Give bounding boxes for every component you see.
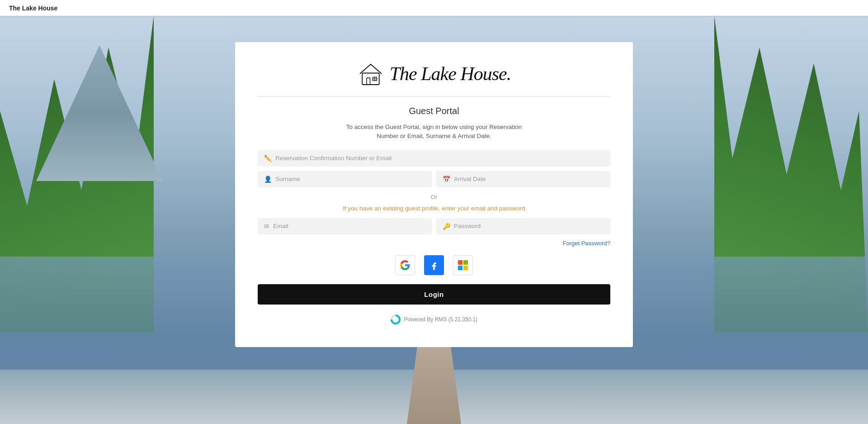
email-password-row: ✉ 🔑	[258, 218, 610, 234]
calendar-icon: 📅	[443, 176, 450, 183]
guest-profile-text: If you have an existing guest profile, e…	[258, 205, 610, 212]
reservation-input[interactable]	[275, 155, 604, 162]
description-line1: To access the Guest Portal, sign in belo…	[346, 124, 522, 130]
logo-text: The Lake House.	[390, 63, 511, 85]
ms-green-square	[463, 260, 468, 265]
ms-blue-square	[458, 266, 462, 270]
social-row	[258, 255, 610, 275]
svg-rect-1	[367, 78, 370, 85]
description-line2: Number or Email, Surname & Arrival Date.	[377, 133, 491, 139]
guest-portal-title: Guest Portal	[258, 106, 610, 116]
rms-logo-inner	[392, 316, 399, 323]
google-icon	[400, 260, 410, 270]
or-separator: Or	[258, 194, 610, 200]
ms-yellow-square	[463, 266, 468, 270]
powered-by-text: Powered By RMS (5.21.350.1)	[404, 316, 478, 323]
microsoft-icon	[458, 260, 468, 270]
powered-by: Powered By RMS (5.21.350.1)	[258, 314, 610, 324]
forget-password-link[interactable]: Forget Password?	[563, 240, 611, 247]
reservation-wrapper: ✏️	[258, 150, 610, 167]
forget-row: Forget Password?	[258, 239, 610, 247]
password-input[interactable]	[454, 223, 604, 229]
topbar: The Lake House	[0, 0, 868, 16]
envelope-icon: ✉	[264, 223, 269, 230]
facebook-signin-button[interactable]	[424, 255, 444, 275]
logo-divider	[258, 96, 610, 97]
guest-profile-pre: If you have an existing guest profile, e…	[343, 205, 471, 212]
guest-profile-mid: and	[486, 205, 499, 212]
email-input[interactable]	[273, 223, 425, 229]
password-link[interactable]: password	[499, 205, 525, 212]
ms-red-square	[458, 260, 462, 265]
login-button[interactable]: Login	[258, 284, 610, 305]
arrival-input[interactable]	[454, 176, 604, 182]
google-signin-button[interactable]	[395, 255, 415, 275]
person-icon: 👤	[264, 176, 272, 183]
email-link[interactable]: email	[471, 205, 486, 212]
surname-wrapper: 👤	[258, 171, 432, 187]
topbar-title: The Lake House	[9, 5, 57, 12]
surname-input[interactable]	[275, 176, 425, 182]
house-icon	[357, 60, 384, 87]
microsoft-signin-button[interactable]	[453, 255, 473, 275]
description: To access the Guest Portal, sign in belo…	[258, 123, 610, 141]
pencil-icon: ✏️	[264, 155, 272, 162]
facebook-icon	[429, 260, 439, 270]
logo-area: The Lake House.	[258, 60, 610, 87]
key-icon: 🔑	[443, 223, 450, 230]
surname-arrival-row: 👤 📅	[258, 171, 610, 187]
email-wrapper: ✉	[258, 218, 432, 234]
reservation-row: ✏️	[258, 150, 610, 167]
arrival-wrapper: 📅	[436, 171, 610, 187]
rms-logo-icon	[391, 314, 401, 324]
login-card: The Lake House. Guest Portal To access t…	[235, 42, 633, 347]
password-wrapper: 🔑	[436, 218, 610, 234]
